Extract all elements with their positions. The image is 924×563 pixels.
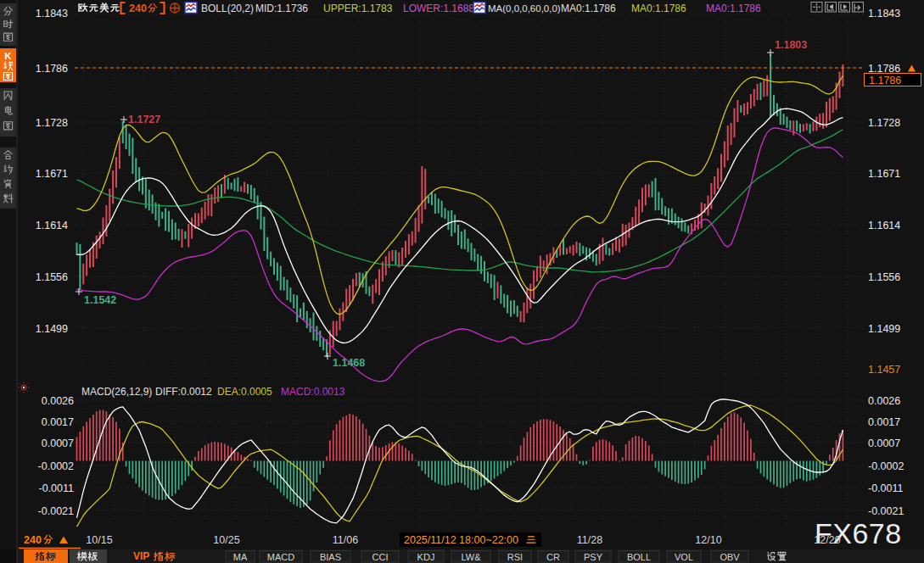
svg-text:1.1542: 1.1542 [84,294,116,306]
svg-text:1.1786: 1.1786 [36,63,68,75]
svg-text:240: 240 [24,534,42,546]
svg-text:11/06: 11/06 [333,534,358,546]
svg-text:MACD(26,12,9): MACD(26,12,9) [81,386,152,398]
svg-text:11/28: 11/28 [577,534,602,546]
svg-text:UPPER:1.1783: UPPER:1.1783 [323,3,393,14]
svg-text:1.1556: 1.1556 [36,271,68,283]
svg-text:-0.0002: -0.0002 [38,460,74,472]
svg-text:0.0026: 0.0026 [868,395,900,407]
svg-text:LW&: LW& [461,552,481,562]
svg-text:1.1499: 1.1499 [36,323,68,335]
svg-text:1.1843: 1.1843 [868,8,900,20]
svg-text:2025/11/12 18:00~22:00: 2025/11/12 18:00~22:00 [404,534,518,546]
svg-text:1.1728: 1.1728 [36,117,68,129]
svg-text:DIFF:0.0012: DIFF:0.0012 [155,386,212,398]
svg-text:12/10: 12/10 [695,534,721,546]
svg-text:1.1671: 1.1671 [36,168,68,180]
svg-text:10/25: 10/25 [213,534,239,546]
svg-text:-0.0011: -0.0011 [868,482,904,494]
svg-text:MA(0,0,0,60,0,0): MA(0,0,0,60,0,0) [488,3,561,14]
svg-text:RSI: RSI [507,552,523,562]
svg-text:1.1843: 1.1843 [36,8,68,20]
svg-text:240: 240 [129,3,147,14]
svg-text:1.1614: 1.1614 [36,220,68,231]
svg-text:-0.0021: -0.0021 [38,505,74,517]
svg-text:1.1786: 1.1786 [868,63,900,75]
svg-text:VOL: VOL [675,552,693,562]
svg-text:1.1786: 1.1786 [869,75,901,86]
svg-text:KDJ: KDJ [417,552,435,562]
svg-text:MACD:0.0013: MACD:0.0013 [281,386,345,398]
svg-text:MACD: MACD [267,552,294,562]
svg-text:1.1614: 1.1614 [868,220,900,231]
svg-text:MA: MA [233,552,248,562]
svg-text:MA0:1.1786: MA0:1.1786 [706,3,761,14]
svg-text:-0.0021: -0.0021 [868,505,904,517]
svg-text:1.1556: 1.1556 [868,271,900,283]
svg-text:-0.0002: -0.0002 [868,460,904,472]
svg-text:VIP: VIP [133,550,149,562]
svg-text:CR: CR [546,552,560,562]
svg-text:1.1728: 1.1728 [868,117,900,129]
svg-text:1.1499: 1.1499 [868,323,900,335]
svg-text:OBV: OBV [720,552,740,562]
svg-text:0.0007: 0.0007 [868,438,900,449]
svg-text:1.1803: 1.1803 [775,39,807,51]
svg-text:1.1671: 1.1671 [868,168,900,180]
svg-text:BIAS: BIAS [320,552,341,562]
svg-text:BOLL(20,2): BOLL(20,2) [201,3,254,14]
svg-text:0.0017: 0.0017 [42,416,74,428]
svg-text:MID:1.1736: MID:1.1736 [255,3,308,14]
svg-text:LOWER:1.1688: LOWER:1.1688 [403,3,474,14]
svg-text:K: K [4,51,12,61]
svg-text:0.0007: 0.0007 [42,438,74,449]
svg-text:BOLL: BOLL [627,552,651,562]
svg-text:PSY: PSY [584,552,603,562]
svg-text:10/15: 10/15 [86,534,112,546]
svg-text:MA0:1.1786: MA0:1.1786 [561,3,616,14]
svg-text:1.1457: 1.1457 [868,364,900,376]
svg-text:-0.0011: -0.0011 [39,482,75,494]
svg-text:DEA:0.0005: DEA:0.0005 [217,386,272,398]
svg-text:0.0026: 0.0026 [42,395,74,407]
svg-text:CCI: CCI [372,552,389,562]
svg-text:12/20: 12/20 [814,534,840,546]
svg-text:1.1727: 1.1727 [128,114,160,125]
svg-text:0.0017: 0.0017 [868,416,900,428]
svg-text:1.1468: 1.1468 [333,357,365,369]
svg-text:MA0:1.1786: MA0:1.1786 [631,3,686,14]
